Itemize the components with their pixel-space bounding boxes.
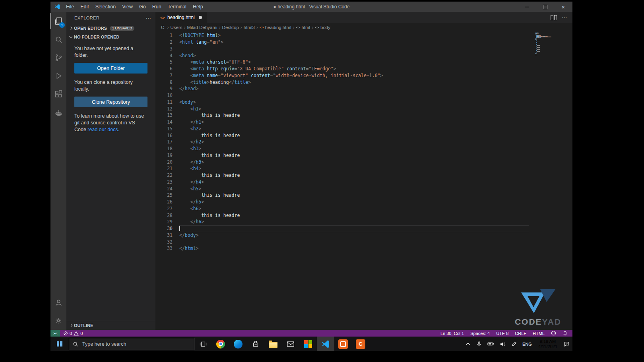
recorder-app-button[interactable]	[334, 337, 352, 351]
code-line-17[interactable]: 17 </h2>	[155, 139, 567, 145]
code-line-11[interactable]: 11<body>	[155, 99, 567, 106]
activity-docker[interactable]	[50, 103, 66, 122]
remote-indicator[interactable]: ><	[50, 330, 60, 337]
tray-volume-button[interactable]	[497, 337, 508, 351]
minimap[interactable]	[535, 33, 567, 55]
clone-repository-button[interactable]: Clone Repository	[74, 97, 147, 107]
code-line-5[interactable]: 5 <meta charset="UTF-8">	[155, 59, 567, 66]
code-editor[interactable]: 1<!DOCTYPE html>2<html lang="en">34<head…	[155, 32, 572, 330]
read-our-docs-link[interactable]: read our docs	[87, 127, 118, 132]
code-line-29[interactable]: 29 </h6>	[155, 219, 567, 225]
activity-search[interactable]	[50, 30, 66, 48]
close-button[interactable]: ×	[554, 2, 572, 12]
breadcrumb-item-2[interactable]: Milad Dehyami	[187, 25, 217, 30]
code-line-28[interactable]: 28 this is headre	[155, 212, 567, 219]
code-line-4[interactable]: 4<head>	[155, 52, 567, 59]
breadcrumb-item-3[interactable]: Desktop	[222, 25, 239, 30]
menu-view[interactable]: View	[119, 2, 136, 12]
line-col-indicator[interactable]: Ln 30, Col 1	[440, 331, 464, 336]
split-editor-icon[interactable]	[551, 15, 557, 20]
office-app-button[interactable]	[299, 337, 317, 351]
menu-edit[interactable]: Edit	[77, 2, 92, 12]
code-line-27[interactable]: 27 <h6>	[155, 205, 567, 212]
taskbar-clock[interactable]: 9:19 AM 4/11/2021	[535, 339, 561, 349]
editor-scrollbar[interactable]	[567, 32, 572, 330]
code-line-30[interactable]: 30	[155, 225, 567, 232]
code-line-31[interactable]: 31</body>	[155, 232, 567, 239]
task-view-button[interactable]	[194, 337, 212, 351]
code-line-15[interactable]: 15 <h2>	[155, 126, 567, 132]
search-input[interactable]	[81, 341, 190, 347]
code-line-10[interactable]: 10	[155, 92, 567, 99]
code-line-7[interactable]: 7 <meta name="viewport" content="width=d…	[155, 72, 567, 79]
tray-pen-button[interactable]	[508, 337, 520, 351]
tray-mic-button[interactable]	[473, 337, 485, 351]
code-line-32[interactable]: 32	[155, 238, 567, 245]
open-folder-button[interactable]: Open Folder	[74, 63, 147, 74]
code-line-8[interactable]: 8 <title>heading</title>	[155, 79, 567, 85]
action-center-button[interactable]	[561, 337, 572, 351]
tray-expand-button[interactable]	[463, 337, 473, 351]
modified-dot-icon[interactable]	[199, 16, 202, 19]
menu-run[interactable]: Run	[149, 2, 165, 12]
no-folder-section[interactable]: NO FOLDER OPENED	[66, 33, 155, 41]
code-line-1[interactable]: 1<!DOCTYPE html>	[155, 32, 567, 39]
code-line-19[interactable]: 19 this is headre	[155, 152, 567, 159]
start-button[interactable]	[50, 337, 69, 351]
vscode-app-button[interactable]	[317, 337, 334, 351]
menu-selection[interactable]: Selection	[92, 2, 119, 12]
code-line-25[interactable]: 25 this is headre	[155, 192, 567, 199]
notifications-bell-icon[interactable]	[563, 331, 568, 336]
activity-account[interactable]	[50, 293, 66, 312]
taskbar-search[interactable]	[69, 338, 194, 350]
activity-run-debug[interactable]	[50, 67, 66, 85]
code-line-3[interactable]: 3	[155, 46, 567, 52]
open-editors-section[interactable]: OPEN EDITORS 1 UNSAVED	[66, 24, 155, 33]
breadcrumb-item-0[interactable]: C:	[161, 25, 166, 30]
activity-extensions[interactable]	[50, 85, 66, 103]
tray-battery-button[interactable]	[485, 337, 497, 351]
menu-file[interactable]: File	[63, 2, 77, 12]
activity-settings[interactable]	[50, 312, 66, 330]
code-line-24[interactable]: 24 <h5>	[155, 185, 567, 192]
breadcrumb-item-4[interactable]: html3	[244, 25, 255, 30]
menu-help[interactable]: Help	[190, 2, 206, 12]
code-line-22[interactable]: 22 this is headre	[155, 172, 567, 179]
menu-go[interactable]: Go	[136, 2, 149, 12]
eol-indicator[interactable]: CRLF	[515, 331, 526, 336]
menu-terminal[interactable]: Terminal	[165, 2, 190, 12]
language-indicator[interactable]: HTML	[533, 331, 545, 336]
more-actions-icon[interactable]: ⋯	[146, 15, 151, 21]
code-line-9[interactable]: 9</head>	[155, 85, 567, 92]
encoding-indicator[interactable]: UTF-8	[496, 331, 508, 336]
code-line-33[interactable]: 33</html>	[155, 245, 567, 252]
outline-section[interactable]: OUTLINE	[66, 321, 155, 330]
chrome-app-button[interactable]	[212, 337, 229, 351]
code-line-20[interactable]: 20 </h3>	[155, 159, 567, 165]
mail-app-button[interactable]	[282, 337, 299, 351]
store-app-button[interactable]	[247, 337, 264, 351]
code-line-23[interactable]: 23 </h4>	[155, 179, 567, 186]
problems-indicator[interactable]: 0 0	[63, 331, 83, 336]
breadcrumb-item-1[interactable]: Users	[171, 25, 182, 30]
tab-heading-html[interactable]: <> heading.html	[155, 12, 207, 23]
code-line-16[interactable]: 16 this is headre	[155, 132, 567, 139]
edge-app-button[interactable]	[229, 337, 247, 351]
breadcrumb-item-7[interactable]: <>body	[315, 25, 330, 30]
file-explorer-button[interactable]	[264, 337, 282, 351]
code-line-6[interactable]: 6 <meta http-equiv="X-UA-Compatible" con…	[155, 66, 567, 72]
minimize-button[interactable]	[518, 2, 536, 12]
code-line-18[interactable]: 18 <h3>	[155, 145, 567, 152]
breadcrumb-item-5[interactable]: <>heading.html	[260, 25, 291, 30]
code-line-2[interactable]: 2<html lang="en">	[155, 39, 567, 46]
camtasia-app-button[interactable]: C	[352, 337, 369, 351]
breadcrumb-item-6[interactable]: <>html	[296, 25, 310, 30]
indent-indicator[interactable]: Spaces: 4	[470, 331, 490, 336]
more-actions-icon[interactable]: ⋯	[562, 14, 568, 21]
code-line-26[interactable]: 26 </h5>	[155, 199, 567, 205]
activity-source-control[interactable]	[50, 48, 66, 67]
activity-explorer[interactable]: 1	[50, 12, 66, 30]
code-line-14[interactable]: 14 </h1>	[155, 119, 567, 126]
code-line-21[interactable]: 21 <h4>	[155, 165, 567, 172]
language-indicator[interactable]: ENG	[520, 337, 535, 351]
